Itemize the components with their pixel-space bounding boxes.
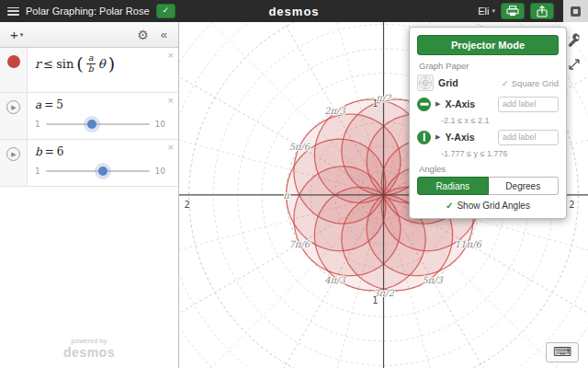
saved-indicator[interactable]: ✓ (156, 4, 176, 18)
wrench-icon (567, 33, 582, 48)
y-axis-toggle-icon[interactable] (417, 131, 431, 144)
user-name: Eli (478, 6, 489, 17)
slider-value: 6 (57, 145, 64, 158)
slider-handle[interactable] (87, 120, 96, 129)
show-grid-angles-checkbox[interactable]: ✓ Show Grid Angles (410, 201, 566, 211)
x-axis-label: X-Axis (445, 98, 475, 109)
y-axis-range: -1.777 ≤ y ≤ 1.776 (441, 149, 557, 158)
printer-icon (506, 6, 519, 17)
expression-row-1[interactable]: r ≤ sin ( a b θ ) × (0, 48, 178, 93)
close-icon[interactable]: × (168, 51, 174, 61)
close-icon[interactable]: × (168, 96, 174, 106)
print-button[interactable] (501, 3, 525, 19)
slider-handle[interactable] (98, 167, 107, 176)
expression-gutter: ▶ (0, 140, 28, 186)
expression-math: b = 6 (35, 145, 165, 158)
math-op-leq: ≤ (43, 57, 53, 71)
desmos-logo: desmos (268, 5, 319, 18)
angles-heading: Angles (419, 164, 557, 174)
expression-math: r ≤ sin ( a b θ ) (35, 53, 165, 75)
math-fraction: a b (86, 53, 96, 75)
slider-track[interactable] (46, 123, 150, 125)
square-grid-toggle[interactable]: ✓ Square Grid (502, 78, 559, 88)
keyboard-toggle-button[interactable]: ⌨ (546, 342, 579, 362)
chevron-down-icon: ▾ (20, 31, 24, 39)
chevron-down-icon: ▾ (492, 7, 495, 15)
projector-mode-button[interactable]: Projector Mode (417, 35, 559, 55)
polar-grid-icon[interactable] (417, 75, 434, 91)
math-var-theta: θ (98, 57, 106, 71)
math-var-r: r (35, 57, 40, 71)
menu-icon[interactable] (7, 7, 19, 16)
play-slider-icon[interactable]: ▶ (6, 100, 20, 114)
graph-title: Polar Graphing: Polar Rose (26, 6, 150, 17)
degrees-button[interactable]: Degrees (489, 177, 560, 195)
expression-body[interactable]: r ≤ sin ( a b θ ) × (28, 48, 178, 92)
curve-color-icon[interactable] (7, 55, 20, 68)
browser-extension-button[interactable] (563, 0, 588, 22)
x-axis-label-input[interactable] (498, 97, 559, 112)
grid-label: Grid (438, 77, 458, 88)
expand-arrows-icon (567, 57, 582, 72)
powered-by-desmos: powered by desmos (0, 337, 178, 361)
graph-settings-popover: Projector Mode Graph Paper Grid ✓ Square… (409, 27, 567, 219)
gear-icon[interactable]: ⚙ (130, 28, 155, 42)
play-slider-icon[interactable]: ▶ (6, 147, 20, 161)
slider-max: 10 (155, 120, 165, 129)
add-expression-button[interactable]: + ▾ (6, 26, 28, 43)
y-axis-disclosure-icon[interactable]: ▶ (435, 133, 440, 141)
header-right-cluster: Eli ▾ (478, 0, 588, 22)
expression-row-3[interactable]: ▶ b = 6 1 10 × (0, 140, 178, 187)
collapse-panel-button[interactable]: « (155, 28, 173, 41)
x-axis-range: -2.1 ≤ x ≤ 2.1 (441, 116, 557, 125)
radians-button[interactable]: Radians (417, 177, 489, 195)
x-axis-disclosure-icon[interactable]: ▶ (435, 100, 440, 108)
slider-max: 10 (155, 167, 165, 176)
x-axis-toggle-icon[interactable] (417, 98, 431, 111)
expression-toolbar: + ▾ ⚙ « (0, 22, 178, 48)
y-axis-label-input[interactable] (498, 130, 559, 145)
math-lparen: ( (76, 56, 83, 71)
angle-unit-segmented-control: Radians Degrees (417, 177, 559, 195)
app-header: Polar Graphing: Polar Rose ✓ desmos Eli … (0, 0, 588, 22)
graph-paper-heading: Graph Paper (419, 61, 557, 71)
slider: 1 10 (35, 165, 165, 178)
y-axis-row: ▶ Y-Axis (417, 128, 559, 146)
expression-gutter: ▶ (0, 93, 28, 139)
slider-value: 5 (56, 98, 63, 111)
expression-body[interactable]: a = 5 1 10 × (28, 93, 178, 139)
expression-panel: + ▾ ⚙ « r ≤ sin ( a b θ ) × (0, 22, 179, 368)
graph-pane: π/6π/3π/22π/35π/6π7π/64π/33π/25π/311π/62… (179, 22, 588, 368)
check-icon: ✓ (502, 78, 509, 88)
y-axis-label: Y-Axis (445, 132, 474, 143)
close-icon[interactable]: × (168, 143, 174, 153)
expression-row-2[interactable]: ▶ a = 5 1 10 × (0, 93, 178, 140)
desmos-app: { "header": { "title": "Polar Graphing: … (0, 0, 588, 368)
graph-settings-button[interactable] (565, 31, 583, 50)
slider-min: 1 (35, 167, 40, 176)
grid-row: Grid ✓ Square Grid (417, 74, 559, 92)
user-menu[interactable]: Eli ▾ (478, 6, 495, 17)
slider: 1 10 (35, 118, 165, 131)
extension-icon (571, 6, 581, 17)
plus-icon: + (10, 28, 18, 41)
check-icon: ✓ (446, 201, 453, 211)
x-axis-row: ▶ X-Axis (417, 95, 559, 113)
keyboard-icon: ⌨ (553, 344, 571, 359)
math-rparen: ) (108, 56, 115, 71)
share-icon (536, 6, 548, 17)
default-zoom-button[interactable] (565, 55, 583, 74)
math-fn-sin: sin (56, 57, 74, 71)
expression-gutter (0, 48, 28, 92)
share-button[interactable] (530, 3, 554, 19)
slider-track[interactable] (46, 170, 150, 172)
slider-min: 1 (35, 120, 40, 129)
expression-math: a = 5 (35, 98, 165, 111)
expression-body[interactable]: b = 6 1 10 × (28, 140, 178, 186)
